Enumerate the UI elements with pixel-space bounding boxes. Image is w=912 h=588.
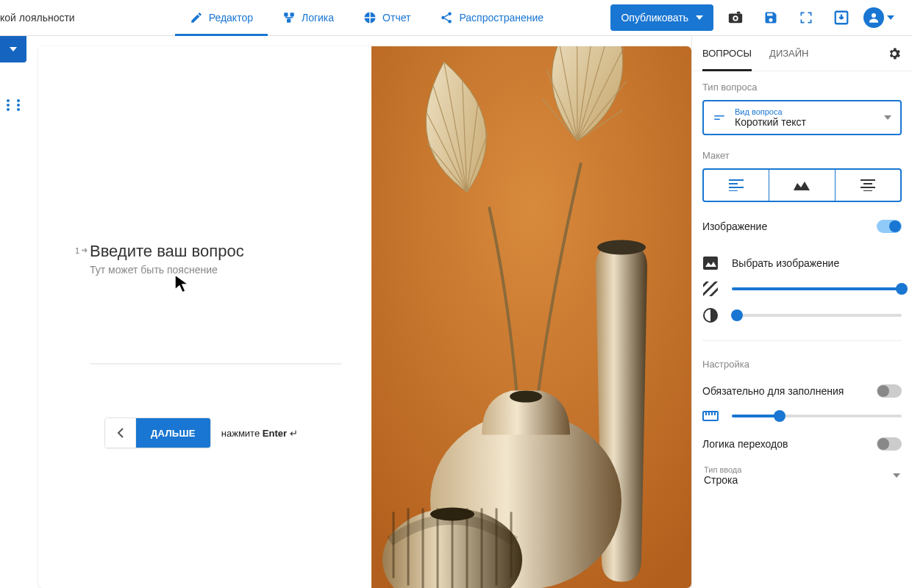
pencil-icon [190,11,203,24]
input-type-value: Строка [704,474,887,486]
short-text-icon [713,111,726,124]
qtype-value: Короткий текст [735,116,875,128]
svg-point-13 [597,240,646,255]
preview-button[interactable] [722,4,749,31]
gear-icon [887,46,902,61]
save-button[interactable] [758,4,784,31]
question-type-select[interactable]: Вид вопроса Короткий текст [702,100,902,135]
answer-line[interactable] [90,363,342,364]
tab-editor-label: Редактор [209,12,253,24]
tab-share[interactable]: Распространение [425,0,558,35]
tab-report[interactable]: Отчет [349,0,425,35]
align-left-icon [729,179,744,191]
tab-questions[interactable]: ВОПРОСЫ [702,36,752,71]
fullscreen-button[interactable] [793,4,819,31]
logic-toggle[interactable] [877,437,902,451]
svg-point-8 [734,17,737,20]
align-center-icon [861,179,875,191]
expand-rail-button[interactable] [0,36,26,62]
width-slider[interactable] [732,415,902,417]
input-type-select[interactable]: Тип ввода Строка [702,461,902,490]
enter-hint: нажмите Enter ↵ [221,428,298,439]
choose-image-label: Выбрать изображение [732,257,839,269]
svg-point-17 [430,508,474,521]
stripes-icon [703,282,718,296]
account-button[interactable] [863,7,894,28]
required-toggle[interactable] [877,384,902,398]
caret-down-icon [10,47,17,51]
input-type-caption: Тип ввода [704,465,887,474]
layout-image[interactable] [769,170,834,201]
tab-logic[interactable]: Логика [268,0,349,35]
svg-rect-19 [714,119,720,121]
svg-rect-27 [863,190,872,191]
question-title-input[interactable]: Введите ваш вопрос [90,241,342,260]
image-toggle[interactable] [877,220,902,233]
qtype-caption: Вид вопроса [735,107,875,116]
publish-button[interactable]: Опубликовать [610,4,713,31]
right-panel: ВОПРОСЫ ДИЗАЙН Тип вопроса Вид вопроса К… [691,36,912,588]
divider [702,340,902,341]
caret-down-icon [893,473,900,478]
next-button[interactable]: ДАЛЬШЕ [136,418,210,448]
download-button[interactable] [828,4,855,31]
svg-rect-28 [703,257,718,270]
overlay-opacity-slider[interactable] [732,287,902,290]
svg-rect-21 [729,183,738,184]
arrow-right-icon [81,247,88,253]
required-label: Обязательно для заполнения [702,385,844,397]
chevron-left-icon [117,428,124,438]
layout-center[interactable] [835,170,900,201]
logic-icon [282,11,296,24]
settings-section-label: Настройка [702,359,902,370]
svg-rect-26 [861,187,875,188]
publish-label: Опубликовать [621,12,688,24]
tab-logic-label: Логика [302,12,334,24]
settings-button[interactable] [887,46,902,61]
question-hint-input[interactable]: Тут может быть пояснение [90,263,342,275]
svg-point-4 [442,16,446,20]
svg-rect-0 [284,12,288,16]
question-image [371,46,691,588]
svg-point-15 [510,391,542,403]
contrast-slider[interactable] [732,314,902,317]
tab-editor[interactable]: Редактор [175,0,268,35]
ruler-icon [702,411,719,421]
qtype-section-label: Тип вопроса [702,82,902,93]
svg-point-5 [449,20,452,24]
svg-rect-22 [729,187,744,188]
svg-rect-18 [714,115,724,117]
download-box-icon [833,10,849,26]
question-number: 1 [75,245,88,254]
svg-rect-1 [290,12,293,16]
drag-handle[interactable] [7,96,20,114]
svg-rect-25 [863,183,872,184]
choose-image-row[interactable]: Выбрать изображение [702,251,902,276]
svg-rect-20 [729,179,744,181]
prev-button[interactable] [105,418,136,448]
layout-section-label: Макет [702,150,902,161]
fullscreen-icon [799,10,813,25]
layout-left[interactable] [704,170,769,201]
svg-rect-23 [729,190,738,191]
survey-title[interactable]: кой лояльности [0,12,87,24]
save-icon [763,10,778,25]
tab-design[interactable]: ДИЗАЙН [769,36,808,71]
image-wide-icon [794,180,810,190]
pie-chart-icon [363,11,377,24]
svg-rect-2 [287,19,291,23]
caret-down-icon [887,15,894,20]
image-section-label: Изображение [702,220,767,232]
question-canvas: 1 Введите ваш вопрос Тут может быть пояс… [38,46,691,588]
svg-rect-9 [737,12,741,14]
svg-point-11 [872,13,876,18]
logic-jump-label: Логика переходов [702,438,788,450]
contrast-icon [703,308,718,323]
share-icon [440,11,453,24]
svg-point-3 [449,12,452,16]
caret-down-icon [696,15,703,20]
tab-report-label: Отчет [382,12,410,24]
eye-camera-icon [727,10,744,26]
tab-share-label: Распространение [459,12,544,24]
caret-down-icon [884,115,891,120]
